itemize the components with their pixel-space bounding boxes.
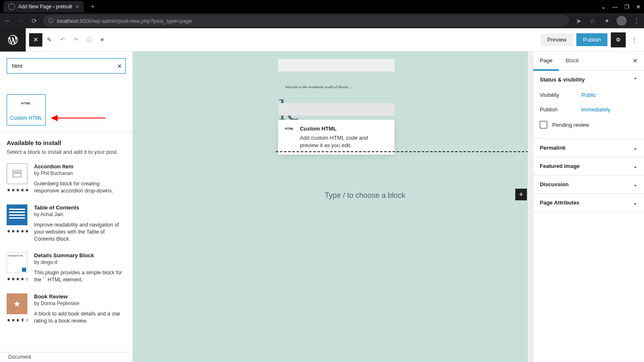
panel-title: Featured image [540, 163, 580, 169]
redo-icon[interactable]: ↷ [69, 33, 82, 47]
plugin-author: by Donna Peplinskie [34, 300, 126, 306]
url-input[interactable]: ⓘ localhost:8000/wp-admin/post-new.php?p… [43, 15, 569, 27]
more-button[interactable]: ⋮ [629, 37, 639, 43]
chevron-down-icon: ⌄ [633, 200, 637, 206]
visibility-label: Visibility [540, 92, 581, 98]
publish-button[interactable]: Publish [576, 33, 607, 46]
settings-sidebar: Page Block × Status & visibility ⌃ Visib… [533, 52, 644, 362]
panel-discussion[interactable]: Discussion ⌄ [533, 175, 644, 194]
block-preview-text: Velcome to the wonderful world of blocks… [285, 85, 352, 89]
panel-title: Permalink [540, 145, 566, 151]
chevron-down-icon: ⌄ [633, 182, 637, 187]
publish-label: Publish [540, 106, 581, 113]
reload-icon[interactable]: ⟳ [30, 17, 38, 25]
menu-icon[interactable]: ⋮ [632, 17, 641, 25]
close-inserter-button[interactable]: × [29, 33, 42, 47]
minimize-icon[interactable]: — [612, 4, 618, 10]
browser-tab[interactable]: Add New Page ‹ prebuilt × [3, 1, 84, 12]
outline-icon[interactable]: ≡ [95, 33, 109, 47]
install-subtitle: Select a block to install and add it to … [7, 149, 126, 155]
wordpress-logo[interactable] [0, 28, 26, 52]
svg-rect-2 [13, 170, 21, 172]
url-port: :8000 [78, 18, 92, 24]
plugin-thumb [7, 163, 27, 184]
plugin-author: by dingo-d [34, 259, 126, 265]
plugin-thumb [7, 204, 27, 225]
preview-button[interactable]: Preview [541, 33, 573, 46]
plugin-desc: Gutenberg block for creating responsive … [34, 180, 126, 195]
pending-review-label: Pending review [552, 122, 589, 128]
tab-title: Add New Page ‹ prebuilt [18, 4, 72, 10]
block-custom-html[interactable]: HTML Custom HTML [7, 94, 46, 126]
new-tab-button[interactable]: + [91, 2, 95, 11]
send-icon[interactable]: ➤ [574, 17, 583, 25]
panel-status-visibility[interactable]: Status & visibility ⌃ Visibility Public … [533, 71, 644, 139]
plugin-name: Details Summary Block [34, 252, 126, 259]
clear-search-icon[interactable]: × [117, 62, 122, 70]
chevron-down-icon[interactable]: ⌄ [601, 4, 606, 10]
install-title: Available to install [7, 139, 126, 146]
window-controls: ⌄ — ❐ ✕ [601, 4, 641, 10]
doc-status: Document [0, 352, 132, 362]
browser-url-bar: ← → ⟳ ⓘ localhost:8000/wp-admin/post-new… [0, 13, 644, 28]
chevron-down-icon: ⌄ [633, 145, 637, 151]
url-host: localhost [57, 18, 78, 24]
plugin-item[interactable]: ★★★★★ Table of Contents by Achal Jain Im… [7, 204, 126, 243]
svg-rect-3 [13, 173, 21, 177]
info-icon[interactable]: ⓘ [82, 33, 95, 47]
browser-tab-bar: Add New Page ‹ prebuilt × + ⌄ — ❐ ✕ [0, 0, 644, 13]
tab-block[interactable]: Block [559, 52, 585, 70]
back-icon[interactable]: ← [3, 17, 12, 25]
avatar[interactable] [617, 16, 627, 26]
extension-icon[interactable]: ✦ [602, 17, 611, 25]
edit-icon[interactable]: ✎ [42, 33, 56, 47]
plugin-item[interactable]: ▸ Expand me ★★★★☆ Details Summary Block … [7, 252, 126, 283]
url-path: /wp-admin/post-new.php?post_type=page [92, 18, 192, 24]
insertion-marker [276, 151, 533, 152]
panel-featured-image[interactable]: Featured image ⌄ [533, 157, 644, 175]
editor-canvas[interactable]: le Velcome to the wonderful world of blo… [133, 52, 533, 362]
html-icon: HTML [21, 101, 31, 105]
block-popover: HTML Custom HTML Add custom HTML code an… [278, 120, 394, 155]
close-sidebar-icon[interactable]: × [626, 52, 644, 70]
tab-page[interactable]: Page [533, 52, 559, 70]
settings-button[interactable]: ⚙ [611, 32, 626, 47]
plugin-desc: Improve readability and navigation of yo… [34, 222, 126, 243]
search-input[interactable] [7, 58, 126, 74]
plugin-desc: A block to add book details and a star r… [34, 310, 126, 325]
publish-value[interactable]: Immediately [581, 106, 610, 113]
plugin-author: by Achal Jain [34, 212, 126, 217]
popover-desc: Add custom HTML code and preview it as y… [300, 134, 388, 149]
plugin-thumb: ★ [7, 293, 27, 314]
close-icon[interactable]: × [76, 3, 79, 10]
scrollbar[interactable] [528, 52, 533, 362]
globe-icon [8, 3, 15, 10]
panel-title: Page Attributes [540, 199, 580, 206]
star-rating: ★★★⯨☆ [7, 318, 27, 323]
visibility-value[interactable]: Public [581, 92, 596, 98]
undo-icon[interactable]: ↶ [56, 33, 69, 47]
restore-icon[interactable]: ❐ [624, 4, 629, 10]
close-window-icon[interactable]: ✕ [636, 4, 641, 10]
forward-icon[interactable]: → [17, 17, 25, 25]
block-inserter-panel: × HTML Custom HTML Available to install … [0, 52, 133, 362]
panel-permalink[interactable]: Permalink ⌄ [533, 139, 644, 157]
panel-title: Discussion [540, 181, 568, 187]
star-icon[interactable]: ☆ [588, 17, 597, 25]
panel-page-attributes[interactable]: Page Attributes ⌄ [533, 194, 644, 212]
plugin-name: Accordion Item [34, 163, 126, 170]
plugin-item[interactable]: ★ ★★★⯨☆ Book Review by Donna Peplinskie … [7, 293, 126, 325]
star-rating: ★★★★★ [7, 229, 27, 234]
block-preview-bar2 [278, 103, 394, 116]
chevron-down-icon: ⌄ [633, 163, 637, 169]
choose-block-prompt[interactable]: Type / to choose a block [325, 191, 405, 200]
star-rating: ★★★★☆ [7, 276, 27, 282]
block-preview-bar [278, 59, 394, 71]
html-icon: HTML [285, 126, 294, 149]
pending-review-checkbox[interactable] [540, 121, 547, 128]
plugin-name: Table of Contents [34, 204, 126, 211]
plugin-author: by Phil Buchanan [34, 170, 126, 176]
plugin-desc: This plugin provides a simple block for … [34, 269, 126, 283]
add-block-button[interactable]: + [515, 189, 527, 200]
plugin-item[interactable]: ★★★★★ Accordion Item by Phil Buchanan Gu… [7, 163, 126, 195]
